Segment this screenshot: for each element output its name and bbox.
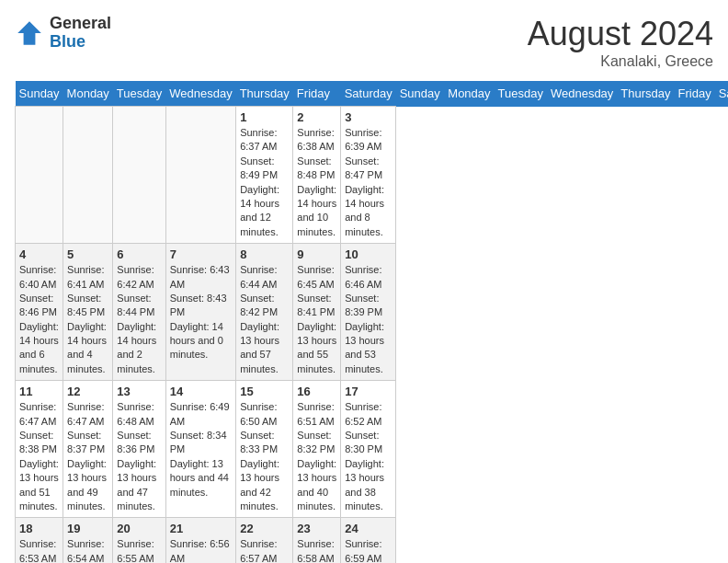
day-info: Sunrise: 6:56 AMSunset: 8:25 PMDaylight:… (170, 537, 232, 563)
logo-icon (15, 18, 44, 48)
day-info: Sunrise: 6:53 AMSunset: 8:29 PMDaylight:… (19, 537, 59, 563)
calendar-cell: 2Sunrise: 6:38 AMSunset: 8:48 PMDaylight… (293, 107, 341, 244)
day-number: 22 (240, 522, 289, 535)
calendar-day-header: Tuesday (495, 81, 547, 107)
calendar-cell: 23Sunrise: 6:58 AMSunset: 8:22 PMDayligh… (293, 518, 341, 563)
day-number: 16 (297, 385, 336, 398)
day-number: 4 (19, 247, 59, 261)
day-info: Sunrise: 6:46 AMSunset: 8:39 PMDaylight:… (345, 263, 392, 376)
day-number: 14 (170, 385, 232, 398)
calendar-cell (63, 107, 113, 244)
day-number: 5 (67, 247, 108, 261)
calendar-cell: 19Sunrise: 6:54 AMSunset: 8:28 PMDayligh… (63, 518, 113, 563)
calendar-cell: 7Sunrise: 6:43 AMSunset: 8:43 PMDaylight… (165, 244, 235, 381)
calendar-header-row: SundayMondayTuesdayWednesdayThursdayFrid… (16, 81, 729, 107)
calendar-day-header: Friday (675, 81, 715, 107)
calendar-cell: 16Sunrise: 6:51 AMSunset: 8:32 PMDayligh… (293, 381, 341, 518)
day-number: 1 (240, 110, 289, 124)
day-info: Sunrise: 6:41 AMSunset: 8:45 PMDaylight:… (67, 263, 108, 376)
calendar-day-header: Friday (293, 81, 341, 107)
calendar-cell: 1Sunrise: 6:37 AMSunset: 8:49 PMDaylight… (236, 107, 293, 244)
day-info: Sunrise: 6:45 AMSunset: 8:41 PMDaylight:… (297, 263, 336, 376)
calendar-cell: 10Sunrise: 6:46 AMSunset: 8:39 PMDayligh… (341, 244, 396, 381)
calendar-day-header: Saturday (341, 81, 396, 107)
calendar-day-header: Thursday (617, 81, 674, 107)
calendar-day-header: Monday (444, 81, 494, 107)
calendar-week-row: 11Sunrise: 6:47 AMSunset: 8:38 PMDayligh… (16, 381, 729, 518)
day-number: 7 (170, 247, 232, 261)
day-info: Sunrise: 6:51 AMSunset: 8:32 PMDaylight:… (297, 400, 336, 513)
svg-marker-0 (17, 21, 41, 45)
calendar-cell: 8Sunrise: 6:44 AMSunset: 8:42 PMDaylight… (236, 244, 293, 381)
calendar-cell: 6Sunrise: 6:42 AMSunset: 8:44 PMDaylight… (113, 244, 165, 381)
day-info: Sunrise: 6:40 AMSunset: 8:46 PMDaylight:… (19, 263, 59, 376)
calendar-week-row: 18Sunrise: 6:53 AMSunset: 8:29 PMDayligh… (16, 518, 729, 563)
day-info: Sunrise: 6:37 AMSunset: 8:49 PMDaylight:… (240, 126, 289, 239)
day-info: Sunrise: 6:43 AMSunset: 8:43 PMDaylight:… (170, 263, 232, 362)
calendar-week-row: 4Sunrise: 6:40 AMSunset: 8:46 PMDaylight… (16, 244, 729, 381)
day-info: Sunrise: 6:54 AMSunset: 8:28 PMDaylight:… (67, 537, 108, 563)
calendar-cell: 9Sunrise: 6:45 AMSunset: 8:41 PMDaylight… (293, 244, 341, 381)
day-number: 20 (117, 522, 161, 535)
page-header: General Blue August 2024 Kanalaki, Greec… (15, 15, 713, 70)
calendar-cell (165, 107, 235, 244)
day-number: 17 (345, 385, 392, 398)
day-number: 11 (19, 385, 59, 398)
calendar-cell: 4Sunrise: 6:40 AMSunset: 8:46 PMDaylight… (16, 244, 63, 381)
day-info: Sunrise: 6:42 AMSunset: 8:44 PMDaylight:… (117, 263, 161, 376)
calendar-cell: 20Sunrise: 6:55 AMSunset: 8:26 PMDayligh… (113, 518, 165, 563)
day-number: 12 (67, 385, 108, 398)
calendar-day-header: Thursday (236, 81, 293, 107)
day-number: 18 (19, 522, 59, 535)
calendar-week-row: 1Sunrise: 6:37 AMSunset: 8:49 PMDaylight… (16, 107, 729, 244)
day-number: 24 (345, 522, 392, 535)
calendar-cell: 5Sunrise: 6:41 AMSunset: 8:45 PMDaylight… (63, 244, 113, 381)
day-info: Sunrise: 6:47 AMSunset: 8:37 PMDaylight:… (67, 400, 108, 513)
calendar-cell: 24Sunrise: 6:59 AMSunset: 8:20 PMDayligh… (341, 518, 396, 563)
day-info: Sunrise: 6:55 AMSunset: 8:26 PMDaylight:… (117, 537, 161, 563)
calendar-cell (16, 107, 63, 244)
logo-text: General Blue (50, 15, 111, 52)
month-title: August 2024 (528, 15, 713, 53)
day-number: 3 (345, 110, 392, 124)
calendar-cell: 22Sunrise: 6:57 AMSunset: 8:23 PMDayligh… (236, 518, 293, 563)
calendar-day-header: Wednesday (165, 81, 235, 107)
day-info: Sunrise: 6:49 AMSunset: 8:34 PMDaylight:… (170, 400, 232, 500)
day-number: 8 (240, 247, 289, 261)
calendar-table: SundayMondayTuesdayWednesdayThursdayFrid… (15, 81, 728, 563)
day-info: Sunrise: 6:47 AMSunset: 8:38 PMDaylight:… (19, 400, 59, 513)
calendar-day-header: Saturday (715, 81, 728, 107)
calendar-day-header: Wednesday (547, 81, 617, 107)
day-info: Sunrise: 6:38 AMSunset: 8:48 PMDaylight:… (297, 126, 336, 239)
calendar-cell: 21Sunrise: 6:56 AMSunset: 8:25 PMDayligh… (165, 518, 235, 563)
calendar-cell: 3Sunrise: 6:39 AMSunset: 8:47 PMDaylight… (341, 107, 396, 244)
day-number: 21 (170, 522, 232, 535)
day-number: 10 (345, 247, 392, 261)
day-number: 19 (67, 522, 108, 535)
calendar-cell: 18Sunrise: 6:53 AMSunset: 8:29 PMDayligh… (16, 518, 63, 563)
day-info: Sunrise: 6:52 AMSunset: 8:30 PMDaylight:… (345, 400, 392, 513)
day-number: 9 (297, 247, 336, 261)
calendar-cell: 17Sunrise: 6:52 AMSunset: 8:30 PMDayligh… (341, 381, 396, 518)
day-info: Sunrise: 6:59 AMSunset: 8:20 PMDaylight:… (345, 537, 392, 563)
day-info: Sunrise: 6:50 AMSunset: 8:33 PMDaylight:… (240, 400, 289, 513)
calendar-cell: 15Sunrise: 6:50 AMSunset: 8:33 PMDayligh… (236, 381, 293, 518)
calendar-cell: 11Sunrise: 6:47 AMSunset: 8:38 PMDayligh… (16, 381, 63, 518)
calendar-day-header: Sunday (396, 81, 445, 107)
calendar-cell: 12Sunrise: 6:47 AMSunset: 8:37 PMDayligh… (63, 381, 113, 518)
logo: General Blue (15, 15, 111, 52)
calendar-cell: 13Sunrise: 6:48 AMSunset: 8:36 PMDayligh… (113, 381, 165, 518)
day-info: Sunrise: 6:44 AMSunset: 8:42 PMDaylight:… (240, 263, 289, 376)
title-block: August 2024 Kanalaki, Greece (528, 15, 713, 70)
day-info: Sunrise: 6:48 AMSunset: 8:36 PMDaylight:… (117, 400, 161, 513)
calendar-cell: 14Sunrise: 6:49 AMSunset: 8:34 PMDayligh… (165, 381, 235, 518)
day-info: Sunrise: 6:58 AMSunset: 8:22 PMDaylight:… (297, 537, 336, 563)
location: Kanalaki, Greece (528, 53, 713, 70)
day-number: 6 (117, 247, 161, 261)
calendar-cell (113, 107, 165, 244)
calendar-day-header: Tuesday (113, 81, 165, 107)
calendar-day-header: Sunday (16, 81, 63, 107)
day-info: Sunrise: 6:39 AMSunset: 8:47 PMDaylight:… (345, 126, 392, 239)
day-number: 13 (117, 385, 161, 398)
day-info: Sunrise: 6:57 AMSunset: 8:23 PMDaylight:… (240, 537, 289, 563)
